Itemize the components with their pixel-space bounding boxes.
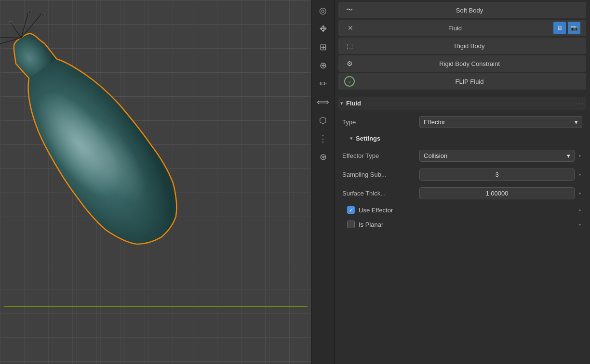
is-planar-dot[interactable]: ●: [577, 222, 582, 227]
is-planar-label: Is Planar: [359, 221, 383, 228]
sampling-sub-field[interactable]: 3: [419, 169, 575, 181]
surface-thick-dot[interactable]: ●: [577, 191, 582, 196]
surface-thick-control: 1.00000: [419, 187, 575, 199]
type-control: Effector ▾: [419, 116, 582, 128]
tool-select[interactable]: ◎: [314, 2, 332, 19]
tool-particles[interactable]: ⋮: [314, 130, 332, 147]
effector-type-dot[interactable]: ●: [577, 154, 582, 158]
surface-thick-field[interactable]: 1.00000: [419, 187, 575, 199]
fluid-section-header[interactable]: ▾ Fluid ···: [338, 97, 586, 110]
fluid-section-dots: ···: [576, 100, 584, 107]
effector-type-dropdown[interactable]: Collision ▾: [419, 150, 575, 162]
sampling-sub-control: 3: [419, 169, 575, 181]
use-effector-row: ✓ Use Effector ●: [338, 204, 586, 216]
fluid-button[interactable]: ✕ Fluid 🖥 📷: [338, 20, 586, 36]
fluid-camera-icon[interactable]: 📷: [568, 22, 580, 34]
sampling-sub-value: 3: [495, 171, 498, 178]
tool-physics[interactable]: ⊛: [314, 148, 332, 166]
is-planar-row: Is Planar ●: [338, 218, 586, 231]
use-effector-checkbox[interactable]: ✓: [347, 206, 355, 214]
tool-cursor[interactable]: ⊕: [314, 57, 332, 74]
effector-type-chevron-icon: ▾: [567, 152, 570, 159]
settings-title: Settings: [356, 135, 380, 142]
use-effector-container: ✓ Use Effector: [342, 206, 575, 214]
use-effector-label: Use Effector: [359, 207, 393, 214]
flip-fluid-button[interactable]: ○ FLIP Fluid: [338, 73, 586, 90]
type-row: Type Effector ▾: [338, 114, 586, 130]
flip-fluid-icon: ○: [344, 76, 355, 87]
type-dropdown[interactable]: Effector ▾: [419, 116, 582, 128]
rigid-body-constraint-label: Rigid Body Constraint: [359, 60, 580, 67]
sampling-sub-label: Sampling Sub...: [342, 171, 419, 178]
rigid-body-button[interactable]: ⬚ Rigid Body: [338, 38, 586, 54]
soft-body-button[interactable]: 〜 Soft Body: [338, 2, 586, 18]
viewport-svg: [0, 0, 311, 364]
sampling-sub-dot[interactable]: ●: [577, 172, 582, 177]
effector-type-label: Effector Type: [342, 152, 419, 159]
tool-mesh[interactable]: ⬡: [314, 112, 332, 129]
surface-thick-row: Surface Thick... 1.00000 ●: [338, 185, 586, 202]
rigid-body-icon: ⬚: [344, 40, 355, 51]
surface-thick-label: Surface Thick...: [342, 190, 419, 197]
side-toolbar: ◎ ✥ ⊞ ⊕ ✏ ⟺ ⬡ ⋮ ⊛: [311, 0, 335, 364]
effector-type-control: Collision ▾: [419, 150, 575, 162]
fluid-chevron: ▾: [340, 100, 343, 106]
use-effector-check-icon: ✓: [349, 207, 353, 213]
use-effector-dot[interactable]: ●: [577, 208, 582, 212]
rigid-body-constraint-icon: ⚙: [344, 58, 355, 69]
rigid-body-label: Rigid Body: [359, 42, 580, 50]
tool-annotate[interactable]: ✏: [314, 75, 332, 92]
settings-chevron: ▾: [350, 135, 353, 142]
physics-list: 〜 Soft Body ✕ Fluid 🖥 📷 ⬚ Rigid Body ⚙ R…: [335, 0, 590, 93]
fluid-monitor-icon[interactable]: 🖥: [553, 22, 566, 34]
settings-subsection-header[interactable]: ▾ Settings: [338, 132, 586, 144]
properties-panel: ▾ Fluid ··· Type Effector ▾ ▾ Settings E…: [335, 93, 590, 236]
rigid-body-constraint-button[interactable]: ⚙ Rigid Body Constraint: [338, 55, 586, 72]
tool-move[interactable]: ✥: [314, 20, 332, 38]
effector-type-value: Collision: [424, 152, 447, 159]
soft-body-icon: 〜: [344, 5, 355, 15]
sampling-sub-row: Sampling Sub... 3 ●: [338, 166, 586, 183]
flip-fluid-label: FLIP Fluid: [359, 78, 580, 85]
soft-body-label: Soft Body: [359, 7, 580, 14]
tool-measure[interactable]: ⟺: [314, 93, 332, 111]
type-value: Effector: [424, 118, 445, 126]
type-label: Type: [342, 118, 419, 126]
fluid-remove-button[interactable]: ✕: [344, 22, 357, 34]
surface-thick-value: 1.00000: [486, 190, 509, 197]
fluid-section-title: Fluid: [346, 100, 361, 107]
is-planar-checkbox[interactable]: [347, 221, 355, 228]
effector-type-row: Effector Type Collision ▾ ●: [338, 147, 586, 164]
viewport[interactable]: [0, 0, 311, 364]
fluid-label: Fluid: [357, 25, 553, 32]
type-chevron-icon: ▾: [575, 118, 578, 126]
right-panel: 〜 Soft Body ✕ Fluid 🖥 📷 ⬚ Rigid Body ⚙ R…: [335, 0, 590, 364]
tool-transform[interactable]: ⊞: [314, 39, 332, 56]
fluid-actions: 🖥 📷: [553, 22, 580, 34]
is-planar-container: Is Planar: [342, 221, 575, 228]
